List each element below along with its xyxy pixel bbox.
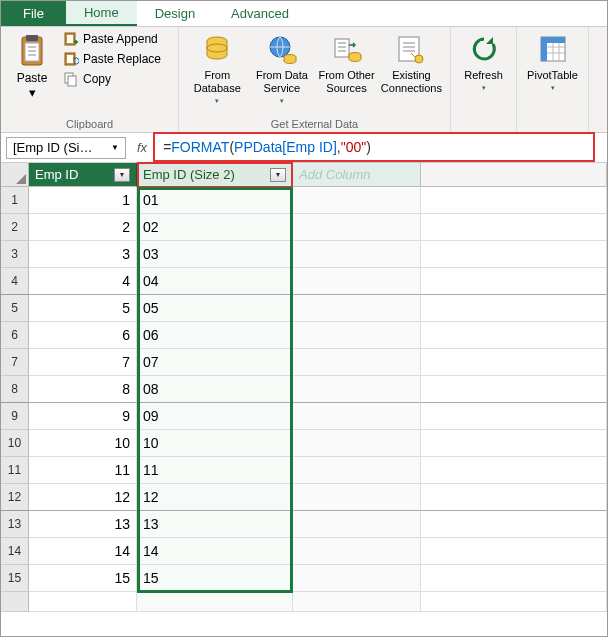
cell-emp-id[interactable]: 10 xyxy=(29,430,137,457)
row-header[interactable]: 11 xyxy=(1,457,29,484)
row-header[interactable]: 3 xyxy=(1,241,29,268)
cell-emp-id-size2[interactable]: 05 xyxy=(137,295,293,322)
filter-dropdown-icon[interactable]: ▼ xyxy=(270,168,286,182)
cell-emp-id[interactable]: 4 xyxy=(29,268,137,295)
row-header[interactable]: 8 xyxy=(1,376,29,403)
svg-point-16 xyxy=(415,55,423,63)
row-header[interactable]: 7 xyxy=(1,349,29,376)
cell-emp-id-size2[interactable]: 08 xyxy=(137,376,293,403)
pivottable-button[interactable]: PivotTable ▾ xyxy=(523,31,582,94)
cell-emp-id[interactable]: 11 xyxy=(29,457,137,484)
row-header[interactable]: 10 xyxy=(1,430,29,457)
cell-emp-id-size2[interactable]: 01 xyxy=(137,187,293,214)
row-header[interactable] xyxy=(1,592,29,612)
cell-emp-id[interactable]: 8 xyxy=(29,376,137,403)
svg-rect-13 xyxy=(335,39,349,57)
refresh-icon xyxy=(468,33,500,65)
cell-emp-id-size2[interactable]: 15 xyxy=(137,565,293,592)
cell-add-column[interactable] xyxy=(293,295,421,322)
refresh-button[interactable]: Refresh ▾ xyxy=(457,31,510,94)
column-header-emp-id[interactable]: Emp ID ▼ xyxy=(29,163,137,187)
row-header[interactable]: 4 xyxy=(1,268,29,295)
cell-add-column[interactable] xyxy=(293,187,421,214)
paste-button[interactable]: Paste ▾ xyxy=(7,31,57,100)
from-data-service-button[interactable]: From Data Service ▾ xyxy=(250,31,315,107)
row-header[interactable]: 14 xyxy=(1,538,29,565)
paste-append-button[interactable]: Paste Append xyxy=(63,31,161,47)
svg-rect-8 xyxy=(68,76,76,86)
row-header[interactable]: 13 xyxy=(1,511,29,538)
tab-home[interactable]: Home xyxy=(66,1,137,26)
cell-emp-id[interactable]: 13 xyxy=(29,511,137,538)
cell-blank xyxy=(421,430,607,457)
row-header[interactable]: 15 xyxy=(1,565,29,592)
cell-emp-id[interactable]: 3 xyxy=(29,241,137,268)
cell-emp-id[interactable]: 5 xyxy=(29,295,137,322)
cell-add-column[interactable] xyxy=(293,241,421,268)
row-header[interactable]: 9 xyxy=(1,403,29,430)
cell-emp-id[interactable]: 7 xyxy=(29,349,137,376)
cell-add-column[interactable] xyxy=(293,322,421,349)
cell-emp-id[interactable]: 9 xyxy=(29,403,137,430)
cell-emp-id[interactable]: 6 xyxy=(29,322,137,349)
chevron-down-icon: ▾ xyxy=(29,85,36,100)
column-header-emp-id-size2[interactable]: Emp ID (Size 2) ▼ xyxy=(137,163,293,187)
tab-design[interactable]: Design xyxy=(137,1,213,26)
cell-emp-id-size2[interactable]: 03 xyxy=(137,241,293,268)
cell-add-column[interactable] xyxy=(293,349,421,376)
cell-emp-id-size2[interactable]: 11 xyxy=(137,457,293,484)
cell-emp-id[interactable]: 1 xyxy=(29,187,137,214)
from-database-button[interactable]: From Database ▾ xyxy=(185,31,250,107)
cell-emp-id-size2[interactable]: 13 xyxy=(137,511,293,538)
copy-icon xyxy=(63,71,79,87)
select-all-corner[interactable] xyxy=(1,163,29,187)
cell-emp-id-size2[interactable]: 07 xyxy=(137,349,293,376)
cell-emp-id[interactable]: 15 xyxy=(29,565,137,592)
cell-add-column[interactable] xyxy=(293,538,421,565)
chevron-down-icon: ▾ xyxy=(482,84,486,92)
cell-emp-id-size2[interactable]: 12 xyxy=(137,484,293,511)
cell-emp-id[interactable]: 2 xyxy=(29,214,137,241)
cell-add-column[interactable] xyxy=(293,403,421,430)
existing-connections-button[interactable]: Existing Connections xyxy=(379,31,444,97)
cell-blank xyxy=(421,322,607,349)
fx-icon[interactable]: fx xyxy=(137,140,147,155)
cell-emp-id-size2[interactable]: 14 xyxy=(137,538,293,565)
add-column-header[interactable]: Add Column xyxy=(293,163,421,187)
paste-replace-icon xyxy=(63,51,79,67)
cell-emp-id[interactable]: 14 xyxy=(29,538,137,565)
chevron-down-icon: ▾ xyxy=(280,97,284,105)
name-box[interactable]: [Emp ID (Si… ▼ xyxy=(6,137,126,159)
cell-add-column[interactable] xyxy=(293,268,421,295)
paste-replace-button[interactable]: Paste Replace xyxy=(63,51,161,67)
cell-add-column[interactable] xyxy=(293,376,421,403)
cell-add-column[interactable] xyxy=(293,457,421,484)
copy-button[interactable]: Copy xyxy=(63,71,161,87)
cell-add-column[interactable] xyxy=(293,565,421,592)
row-header[interactable]: 6 xyxy=(1,322,29,349)
cell-add-column[interactable] xyxy=(293,511,421,538)
chevron-down-icon: ▾ xyxy=(551,84,555,92)
formula-bar[interactable]: =FORMAT(PPData[Emp ID],"00") xyxy=(153,132,595,162)
cell-emp-id-size2[interactable]: 04 xyxy=(137,268,293,295)
tab-advanced[interactable]: Advanced xyxy=(213,1,307,26)
tab-file[interactable]: File xyxy=(1,1,66,26)
cell-add-column[interactable] xyxy=(293,214,421,241)
row-header[interactable]: 1 xyxy=(1,187,29,214)
row-header[interactable]: 12 xyxy=(1,484,29,511)
other-sources-icon xyxy=(331,33,363,65)
cell-add-column[interactable] xyxy=(293,484,421,511)
cell-add-column[interactable] xyxy=(293,430,421,457)
row-header[interactable]: 5 xyxy=(1,295,29,322)
cell-emp-id[interactable]: 12 xyxy=(29,484,137,511)
cell-emp-id-size2[interactable]: 09 xyxy=(137,403,293,430)
from-other-sources-button[interactable]: From Other Sources xyxy=(314,31,379,97)
row-header[interactable]: 2 xyxy=(1,214,29,241)
cell-blank xyxy=(421,592,607,612)
filter-dropdown-icon[interactable]: ▼ xyxy=(114,168,130,182)
cell-emp-id-size2[interactable]: 02 xyxy=(137,214,293,241)
cell-blank xyxy=(29,592,137,612)
svg-rect-1 xyxy=(26,35,38,41)
cell-emp-id-size2[interactable]: 06 xyxy=(137,322,293,349)
cell-emp-id-size2[interactable]: 10 xyxy=(137,430,293,457)
